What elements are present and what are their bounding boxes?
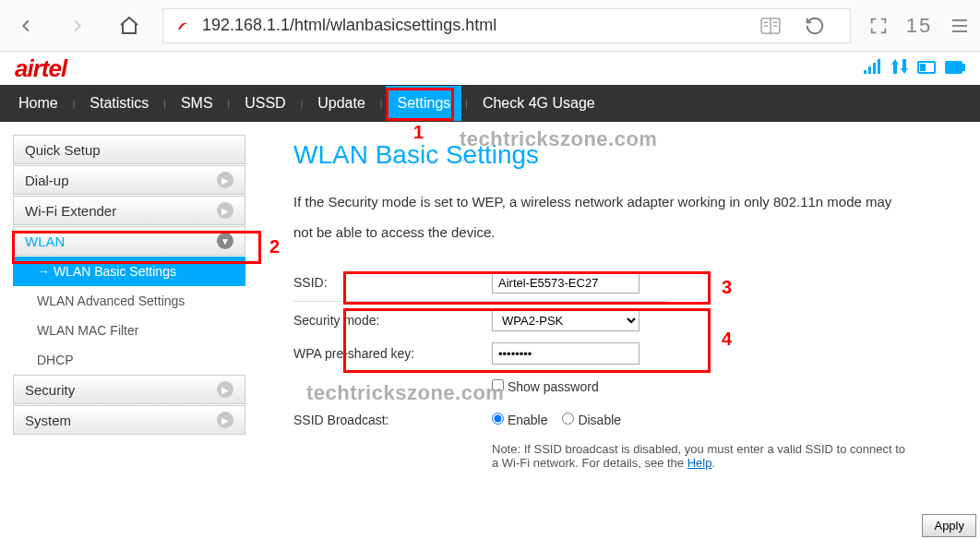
chevron-right-icon: ▶ (217, 172, 233, 188)
secmode-select[interactable]: WPA2-PSK (492, 309, 639, 331)
chevron-right-icon: ▶ (217, 381, 233, 398)
sidebar-item-security[interactable]: Security ▶ (13, 375, 245, 404)
main-nav: Home| Statistics| SMS| USSD| Update| Set… (0, 85, 980, 122)
sidebar: Quick Setup Dial-up ▶ Wi-Fi Extender ▶ W… (0, 122, 257, 539)
menu-icon[interactable] (939, 0, 980, 52)
sidebar-sub-wlanmac[interactable]: WLAN MAC Filter (13, 316, 245, 345)
reload-button[interactable] (789, 8, 841, 43)
showpw-checkbox[interactable]: Show password (492, 379, 599, 394)
svg-rect-9 (864, 70, 866, 74)
svg-rect-11 (873, 63, 876, 74)
reader-mode-icon[interactable] (752, 8, 789, 43)
sidebar-item-label: Quick Setup (25, 142, 101, 158)
url-bar[interactable]: 192.168.1.1/html/wlanbasicsettings.html (162, 8, 851, 43)
ssid-input[interactable] (492, 271, 639, 293)
chevron-right-icon: ▶ (217, 412, 233, 428)
sidebar-item-label: System (25, 413, 71, 428)
url-text: 192.168.1.1/html/wlanbasicsettings.html (202, 16, 496, 35)
apply-button[interactable]: Apply (922, 514, 976, 537)
back-button[interactable] (0, 0, 52, 52)
sidebar-item-label: Dial-up (25, 173, 69, 188)
secmode-label: Security mode: (293, 313, 492, 328)
svg-rect-17 (948, 64, 960, 71)
nav-check4g[interactable]: Check 4G Usage (472, 86, 606, 121)
sim-icon (917, 59, 936, 78)
home-button[interactable] (103, 0, 155, 52)
ssidbc-note: Note: If SSID broadcast is disabled, you… (492, 442, 907, 470)
signal-icon (864, 59, 882, 78)
site-favicon (173, 15, 195, 37)
svg-rect-10 (868, 66, 871, 74)
sidebar-item-quicksetup[interactable]: Quick Setup (13, 135, 245, 164)
svg-rect-14 (921, 65, 925, 70)
nav-ussd[interactable]: USSD (233, 86, 296, 121)
sidebar-sub-wlanadvanced[interactable]: WLAN Advanced Settings (13, 286, 245, 316)
forward-button[interactable] (52, 0, 103, 52)
airtel-logo: airtel (15, 54, 66, 83)
nav-home[interactable]: Home (7, 86, 69, 121)
ssid-label: SSID: (293, 275, 492, 290)
updown-icon (891, 59, 908, 78)
sidebar-sub-wlanbasic[interactable]: → WLAN Basic Settings (13, 257, 245, 286)
fullscreen-icon[interactable] (858, 0, 899, 52)
help-link[interactable]: Help (687, 456, 712, 470)
nav-settings[interactable]: Settings (386, 86, 461, 121)
sidebar-item-label: WLAN (25, 234, 65, 249)
sidebar-item-wlan[interactable]: WLAN ▼ (13, 226, 245, 256)
sidebar-item-dialup[interactable]: Dial-up ▶ (13, 165, 245, 195)
main-panel: WLAN Basic Settings If the Security mode… (257, 122, 980, 539)
wpakey-input[interactable] (492, 342, 639, 365)
nav-sms[interactable]: SMS (170, 86, 224, 121)
sidebar-item-label: Security (25, 382, 75, 398)
wpakey-label: WPA pre-shared key: (293, 346, 492, 361)
chevron-down-icon: ▼ (217, 233, 233, 249)
ssidbc-label: SSID Broadcast: (293, 413, 492, 427)
chevron-right-icon: ▶ (217, 202, 233, 219)
sidebar-item-wifiextender[interactable]: Wi-Fi Extender ▶ (13, 196, 245, 225)
sidebar-item-system[interactable]: System ▶ (13, 405, 245, 435)
page-title: WLAN Basic Settings (293, 140, 962, 170)
svg-rect-12 (878, 59, 880, 74)
status-icons (864, 59, 965, 78)
ssidbc-enable[interactable]: Enable (492, 413, 547, 427)
sidebar-sub-dhcp[interactable]: DHCP (13, 345, 245, 375)
nav-statistics[interactable]: Statistics (78, 86, 160, 121)
ssidbc-disable[interactable]: Disable (562, 413, 621, 427)
intro-text: If the Security mode is set to WEP, a wi… (293, 186, 902, 247)
svg-rect-16 (962, 65, 964, 70)
tab-count[interactable]: 15 (899, 0, 939, 52)
battery-icon (945, 59, 965, 78)
sidebar-item-label: Wi-Fi Extender (25, 203, 116, 219)
nav-update[interactable]: Update (306, 86, 376, 121)
